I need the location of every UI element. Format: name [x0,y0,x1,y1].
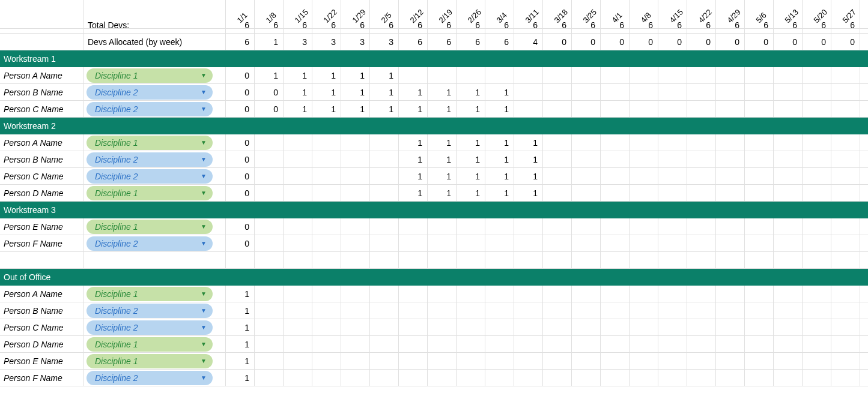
allocation-cell[interactable] [630,353,658,370]
workstream-header-cell[interactable] [803,118,831,134]
allocation-cell[interactable] [601,168,630,185]
workstream-header-cell[interactable] [226,50,255,67]
allocation-cell[interactable] [572,218,601,235]
allocation-cell[interactable] [457,336,485,353]
allocation-cell[interactable] [687,84,716,101]
allocation-cell[interactable] [370,302,399,319]
allocation-cell[interactable] [831,84,860,101]
allocation-cell[interactable] [485,319,514,336]
discipline-cell[interactable]: Discipline 2▼ [84,101,226,118]
allocation-cell[interactable] [255,370,284,386]
allocation-cell[interactable]: 1 [341,84,370,101]
allocation-cell[interactable] [774,336,803,353]
discipline-dropdown[interactable]: Discipline 2▼ [86,169,213,184]
allocation-cell[interactable] [860,353,868,370]
allocation-cell[interactable] [255,235,284,252]
allocation-cell[interactable] [630,286,658,302]
allocation-cell[interactable] [658,67,687,84]
allocation-cell[interactable] [745,336,774,353]
allocation-cell[interactable] [831,336,860,353]
allocation-cell[interactable] [803,353,831,370]
devs-allocated-value[interactable]: 0 [716,34,745,50]
allocation-cell[interactable]: 1 [485,101,514,118]
allocation-cell[interactable]: 1 [341,67,370,84]
allocation-cell[interactable] [255,319,284,336]
allocation-cell[interactable] [601,286,630,302]
allocation-cell[interactable] [630,370,658,386]
discipline-dropdown[interactable]: Discipline 2▼ [86,304,213,318]
allocation-cell[interactable] [716,286,745,302]
workstream-header-cell[interactable] [399,202,428,218]
allocation-cell[interactable] [514,84,543,101]
blank-cell[interactable] [226,252,255,269]
allocation-cell[interactable] [687,218,716,235]
allocation-cell[interactable] [485,336,514,353]
workstream-header-cell[interactable] [860,269,868,286]
workstream-header-cell[interactable] [255,50,284,67]
workstream-header-cell[interactable] [687,50,716,67]
allocation-cell[interactable] [774,151,803,168]
allocation-cell[interactable] [572,168,601,185]
allocation-cell[interactable] [572,235,601,252]
allocation-cell[interactable]: 0 [226,84,255,101]
allocation-cell[interactable] [572,84,601,101]
allocation-cell[interactable] [312,336,341,353]
allocation-cell[interactable] [687,134,716,151]
discipline-cell[interactable]: Discipline 1▼ [84,286,226,302]
allocation-cell[interactable] [312,185,341,202]
allocation-cell[interactable] [399,67,428,84]
allocation-cell[interactable] [745,302,774,319]
allocation-cell[interactable]: 1 [514,151,543,168]
workstream-header-cell[interactable] [803,269,831,286]
workstream-header-cell[interactable] [457,202,485,218]
date-header[interactable]: 4/1 [601,0,630,29]
allocation-cell[interactable] [745,370,774,386]
allocation-cell[interactable] [543,370,572,386]
workstream-header-cell[interactable] [774,118,803,134]
allocation-cell[interactable] [370,218,399,235]
workstream-header-cell[interactable] [630,202,658,218]
allocation-cell[interactable] [399,353,428,370]
allocation-cell[interactable] [658,84,687,101]
allocation-cell[interactable] [255,168,284,185]
allocation-cell[interactable]: 0 [226,218,255,235]
blank-cell[interactable] [312,252,341,269]
devs-allocated-value[interactable]: 3 [312,34,341,50]
allocation-cell[interactable] [687,67,716,84]
discipline-dropdown[interactable]: Discipline 2▼ [86,152,213,167]
allocation-cell[interactable] [543,101,572,118]
discipline-dropdown[interactable]: Discipline 1▼ [86,354,213,368]
allocation-cell[interactable] [399,302,428,319]
date-header[interactable]: 5/13 [774,0,803,29]
allocation-cell[interactable] [774,319,803,336]
workstream-header-cell[interactable] [716,50,745,67]
person-name[interactable]: Person F Name [0,370,84,386]
allocation-cell[interactable] [341,168,370,185]
allocation-cell[interactable] [572,101,601,118]
date-header[interactable]: 3/18 [543,0,572,29]
allocation-cell[interactable] [831,101,860,118]
allocation-cell[interactable]: 0 [255,84,284,101]
workstream-header-cell[interactable] [312,269,341,286]
allocation-cell[interactable] [745,67,774,84]
allocation-cell[interactable] [716,134,745,151]
allocation-cell[interactable] [312,151,341,168]
allocation-cell[interactable] [514,302,543,319]
allocation-cell[interactable] [514,101,543,118]
allocation-cell[interactable] [284,151,312,168]
devs-allocated-value[interactable]: 1 [255,34,284,50]
allocation-cell[interactable] [630,336,658,353]
allocation-cell[interactable]: 0 [226,235,255,252]
allocation-cell[interactable] [803,67,831,84]
allocation-cell[interactable] [716,218,745,235]
workstream-header-cell[interactable] [255,269,284,286]
allocation-cell[interactable] [428,218,457,235]
devs-allocated-value[interactable]: 0 [687,34,716,50]
allocation-cell[interactable] [630,84,658,101]
workstream-header-cell[interactable] [716,202,745,218]
allocation-cell[interactable] [341,353,370,370]
date-header[interactable]: 1/1 [226,0,255,29]
allocation-cell[interactable] [514,218,543,235]
workstream-header-cell[interactable] [399,50,428,67]
allocation-cell[interactable]: 1 [370,84,399,101]
